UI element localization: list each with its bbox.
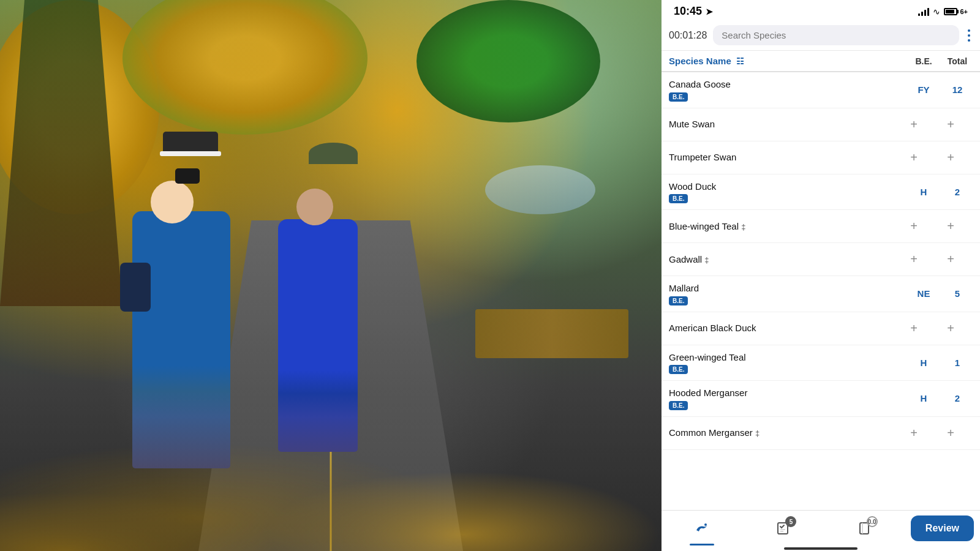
table-row[interactable]: Trumpeter Swan + + bbox=[662, 141, 980, 174]
be-value: H bbox=[905, 358, 942, 368]
total-plus[interactable]: + bbox=[942, 424, 973, 441]
more-options-button[interactable] bbox=[965, 27, 973, 44]
be-badge: B.E. bbox=[669, 401, 688, 410]
species-info: Trumpeter Swan bbox=[669, 151, 905, 163]
review-button[interactable]: Review bbox=[911, 515, 974, 541]
be-plus[interactable]: + bbox=[905, 320, 942, 337]
be-plus[interactable]: + bbox=[905, 149, 942, 166]
total-plus[interactable]: + bbox=[942, 149, 973, 166]
species-info: American Black Duck bbox=[669, 322, 905, 334]
total-value: 2 bbox=[942, 187, 973, 197]
be-plus[interactable]: + bbox=[905, 251, 942, 268]
status-time: 10:45 ➤ bbox=[674, 5, 713, 18]
species-name: Wood Duck bbox=[669, 181, 905, 193]
total-header: Total bbox=[942, 56, 973, 66]
total-plus[interactable]: + bbox=[942, 251, 973, 268]
backpack bbox=[120, 263, 151, 312]
species-label: Species Name bbox=[669, 56, 731, 66]
be-value: NE bbox=[905, 288, 942, 299]
person-left-body bbox=[132, 211, 230, 468]
table-row[interactable]: Green-winged Teal B.E. H 1 bbox=[662, 345, 980, 381]
species-info: Wood Duck B.E. bbox=[669, 181, 905, 204]
species-name: Common Merganser ‡ bbox=[669, 427, 905, 439]
species-info: Hooded Merganser B.E. bbox=[669, 387, 905, 410]
binoculars-left bbox=[175, 168, 200, 184]
person-right-body bbox=[278, 219, 358, 452]
signal-bar-1 bbox=[918, 13, 920, 16]
table-row[interactable]: Wood Duck B.E. H 2 bbox=[662, 174, 980, 211]
table-row[interactable]: American Black Duck + + bbox=[662, 312, 980, 345]
species-name: Canada Goose bbox=[669, 78, 905, 91]
search-input[interactable] bbox=[713, 25, 959, 45]
table-row[interactable]: Mallard B.E. NE 5 bbox=[662, 276, 980, 312]
be-plus[interactable]: + bbox=[905, 218, 942, 235]
table-row[interactable]: Hooded Merganser B.E. H 2 bbox=[662, 381, 980, 417]
status-bar: 10:45 ➤ ∿ 6+ bbox=[662, 0, 980, 20]
time-display: 10:45 bbox=[674, 5, 702, 18]
foliage-top bbox=[123, 0, 368, 135]
person-right-hat bbox=[309, 143, 358, 164]
dot-1 bbox=[968, 29, 970, 32]
total-value: 1 bbox=[942, 358, 973, 368]
species-info: Common Merganser ‡ bbox=[669, 427, 905, 439]
person-right-head bbox=[296, 189, 333, 225]
be-plus[interactable]: + bbox=[905, 116, 942, 133]
species-name: Trumpeter Swan bbox=[669, 151, 905, 163]
battery: 6+ bbox=[944, 8, 968, 15]
signal-bar-3 bbox=[924, 10, 926, 16]
be-header: B.E. bbox=[905, 56, 942, 66]
species-name: Hooded Merganser bbox=[669, 387, 905, 399]
home-indicator bbox=[784, 547, 858, 550]
table-row[interactable]: Gadwall ‡ + + bbox=[662, 243, 980, 276]
bird-icon bbox=[693, 520, 710, 537]
fence bbox=[475, 309, 628, 358]
person-left bbox=[132, 211, 230, 468]
species-name: Blue-winged Teal ‡ bbox=[669, 220, 905, 233]
signal-bars bbox=[918, 7, 929, 16]
species-info: Canada Goose B.E. bbox=[669, 78, 905, 102]
total-plus[interactable]: + bbox=[942, 320, 973, 337]
species-info: Blue-winged Teal ‡ bbox=[669, 220, 905, 233]
bottom-nav: 5 0.0 Review bbox=[662, 510, 980, 544]
be-plus[interactable]: + bbox=[905, 424, 942, 441]
be-badge: B.E. bbox=[669, 296, 688, 305]
species-info: Green-winged Teal B.E. bbox=[669, 351, 905, 375]
nav-notebook-tab[interactable]: 0.0 bbox=[824, 516, 905, 541]
species-name: American Black Duck bbox=[669, 322, 905, 334]
battery-level: 6+ bbox=[960, 8, 968, 15]
species-name: Mute Swan bbox=[669, 118, 905, 130]
species-name: Mallard bbox=[669, 282, 905, 294]
species-info: Gadwall ‡ bbox=[669, 253, 905, 266]
svg-point-0 bbox=[704, 523, 707, 526]
wifi-icon: ∿ bbox=[933, 7, 940, 17]
nav-checklist-tab[interactable]: 5 bbox=[742, 516, 823, 541]
person-left-hat bbox=[163, 132, 218, 156]
total-plus[interactable]: + bbox=[942, 218, 973, 235]
table-row[interactable]: Mute Swan + + bbox=[662, 108, 980, 141]
species-list: Canada Goose B.E. FY 12 Mute Swan + + Tr… bbox=[662, 72, 980, 510]
species-name-header: Species Name ☷ bbox=[669, 56, 905, 66]
filter-icon[interactable]: ☷ bbox=[736, 56, 744, 66]
total-value: 2 bbox=[942, 393, 973, 403]
checklist-icon: 5 bbox=[774, 520, 791, 537]
table-row[interactable]: Canada Goose B.E. FY 12 bbox=[662, 72, 980, 108]
be-value: FY bbox=[905, 84, 942, 95]
total-value: 12 bbox=[942, 84, 973, 95]
checklist-badge: 5 bbox=[785, 516, 796, 527]
table-row[interactable]: Blue-winged Teal ‡ + + bbox=[662, 210, 980, 243]
person-left-head bbox=[151, 181, 194, 223]
status-icons: ∿ 6+ bbox=[918, 7, 968, 17]
total-plus[interactable]: + bbox=[942, 116, 973, 133]
total-value: 5 bbox=[942, 288, 973, 299]
dot-2 bbox=[968, 34, 970, 37]
foliage-right bbox=[417, 0, 600, 122]
species-info: Mallard B.E. bbox=[669, 282, 905, 305]
species-name: Green-winged Teal bbox=[669, 351, 905, 364]
column-header-row: Species Name ☷ B.E. Total bbox=[662, 51, 980, 72]
notebook-badge: 0.0 bbox=[867, 516, 878, 527]
timer-display: 00:01:28 bbox=[669, 30, 707, 41]
table-row[interactable]: Common Merganser ‡ + + bbox=[662, 417, 980, 450]
person-right bbox=[278, 219, 358, 452]
be-badge: B.E. bbox=[669, 194, 688, 203]
nav-bird-tab[interactable] bbox=[662, 516, 742, 541]
